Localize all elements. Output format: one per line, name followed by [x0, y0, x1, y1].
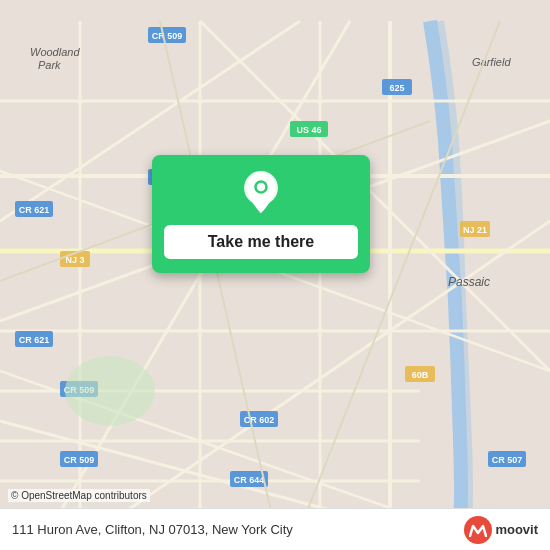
take-me-there-button[interactable]: Take me there: [164, 225, 358, 259]
bottom-bar: 111 Huron Ave, Clifton, NJ 07013, New Yo…: [0, 508, 550, 550]
map-attribution: © OpenStreetMap contributors: [8, 489, 150, 502]
svg-text:625: 625: [389, 83, 404, 93]
svg-text:CR 644: CR 644: [234, 475, 265, 485]
moovit-logo: moovit: [464, 516, 538, 544]
svg-point-52: [65, 356, 155, 426]
svg-text:Woodland: Woodland: [30, 46, 80, 58]
svg-text:CR 621: CR 621: [19, 335, 50, 345]
svg-text:CR 509: CR 509: [152, 31, 183, 41]
svg-text:NJ 21: NJ 21: [463, 225, 487, 235]
action-card: Take me there: [152, 155, 370, 273]
address-text: 111 Huron Ave, Clifton, NJ 07013, New Yo…: [12, 522, 464, 537]
svg-point-58: [257, 183, 265, 191]
moovit-text: moovit: [495, 522, 538, 537]
svg-text:CR 602: CR 602: [244, 415, 275, 425]
svg-text:60B: 60B: [412, 370, 429, 380]
svg-text:Park: Park: [38, 59, 61, 71]
svg-text:CR 507: CR 507: [492, 455, 523, 465]
svg-text:CR 621: CR 621: [19, 205, 50, 215]
svg-text:Passaic: Passaic: [448, 275, 490, 289]
svg-text:Garfield: Garfield: [472, 56, 511, 68]
location-pin-icon: [239, 171, 283, 215]
map-background: CR 509 US 46 625 NJ 3 NJ 21 CR 621 CR 62…: [0, 0, 550, 550]
moovit-icon: [464, 516, 492, 544]
svg-text:CR 509: CR 509: [64, 455, 95, 465]
map-container: CR 509 US 46 625 NJ 3 NJ 21 CR 621 CR 62…: [0, 0, 550, 550]
svg-text:US 46: US 46: [296, 125, 321, 135]
